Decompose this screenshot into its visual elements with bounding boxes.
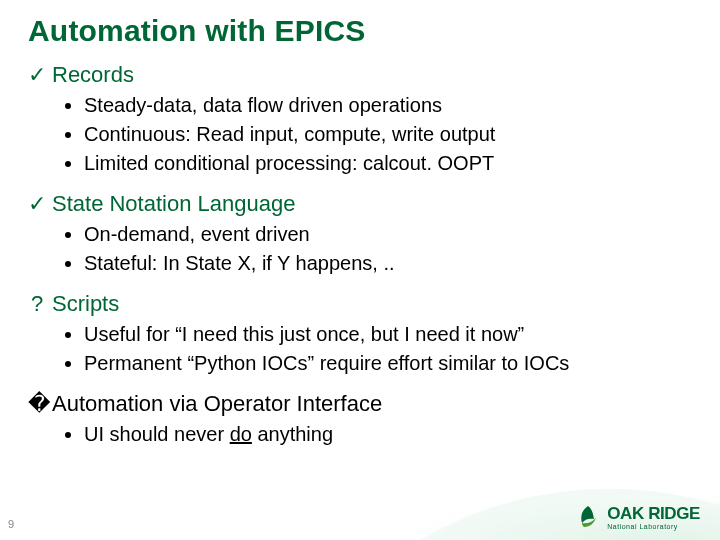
list-item: Stateful: In State X, if Y happens, ..	[84, 250, 692, 277]
logo-text: OAK RIDGE National Laboratory	[607, 505, 700, 530]
section-label: State Notation Language	[52, 191, 295, 217]
slide-content: ✓ Records Steady-data, data flow driven …	[0, 62, 720, 448]
list-item: Limited conditional processing: calcout.…	[84, 150, 692, 177]
section-records: ✓ Records	[28, 62, 692, 88]
bullet-text-underlined: do	[230, 423, 252, 445]
unknown-icon: �	[28, 391, 46, 417]
list-item: UI should never do anything	[84, 421, 692, 448]
list-item: Steady-data, data flow driven operations	[84, 92, 692, 119]
check-icon: ✓	[28, 62, 46, 88]
list-item: On-demand, event driven	[84, 221, 692, 248]
section-label: Records	[52, 62, 134, 88]
list-item: Continuous: Read input, compute, write o…	[84, 121, 692, 148]
question-icon: ?	[28, 291, 46, 317]
section-label: Automation via Operator Interface	[52, 391, 382, 417]
section-scripts: ? Scripts	[28, 291, 692, 317]
logo-main-text: OAK RIDGE	[607, 505, 700, 522]
section-label: Scripts	[52, 291, 119, 317]
logo-sub-text: National Laboratory	[607, 523, 700, 530]
list-item: Useful for “I need this just once, but I…	[84, 321, 692, 348]
oak-ridge-logo: OAK RIDGE National Laboratory	[575, 504, 700, 530]
section-automation-oi-bullets: UI should never do anything	[84, 421, 692, 448]
section-automation-oi: � Automation via Operator Interface	[28, 391, 692, 417]
slide: Automation with EPICS ✓ Records Steady-d…	[0, 0, 720, 540]
check-icon: ✓	[28, 191, 46, 217]
bullet-text-post: anything	[252, 423, 333, 445]
list-item: Permanent “Python IOCs” require effort s…	[84, 350, 692, 377]
bullet-text-pre: UI should never	[84, 423, 230, 445]
slide-title: Automation with EPICS	[0, 0, 720, 58]
section-scripts-bullets: Useful for “I need this just once, but I…	[84, 321, 692, 377]
section-snl: ✓ State Notation Language	[28, 191, 692, 217]
section-snl-bullets: On-demand, event driven Stateful: In Sta…	[84, 221, 692, 277]
slide-number: 9	[8, 518, 14, 530]
section-records-bullets: Steady-data, data flow driven operations…	[84, 92, 692, 177]
leaf-icon	[575, 504, 601, 530]
